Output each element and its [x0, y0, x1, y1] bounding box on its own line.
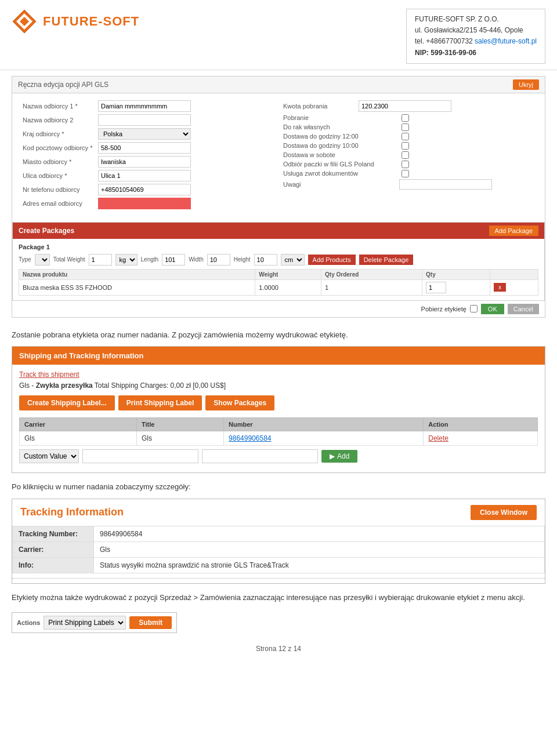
package-content: Package 1 Type Total Weight kg Length Wi… [13, 239, 544, 300]
td-label-3: Info: [13, 557, 94, 573]
tracking-detail-row-2: Carrier: Gls [13, 541, 545, 557]
gls-trace-link[interactable]: GLS Trace&Track [234, 561, 289, 569]
add-icon: ▶ [330, 452, 335, 460]
main-content: Ręczna edycja opcji API GLS Ukryj Nazwa … [0, 70, 557, 670]
length-input[interactable] [162, 254, 185, 266]
pobierz-checkbox[interactable] [470, 305, 478, 312]
product-weight: 1.0000 [255, 279, 321, 295]
delete-package-button[interactable]: Delete Package [359, 255, 414, 265]
show-packages-button[interactable]: Show Packages [205, 395, 274, 410]
check-dostawa12[interactable] [402, 133, 409, 140]
dotted-separator [12, 578, 545, 579]
product-row: Bluza meska ESS 3S FZHOOD 1.0000 1 x [19, 279, 538, 295]
label-usluga: Usługa zwrot dokumentów [283, 170, 399, 177]
add-products-button[interactable]: Add Products [308, 255, 356, 265]
th-carrier: Carrier [20, 418, 137, 431]
gls-info: Gls - Zwykła przesyłka Total Shipping Ch… [19, 381, 538, 390]
input-ulica[interactable] [98, 170, 191, 181]
company-email-link[interactable]: sales@future-soft.pl [475, 37, 537, 45]
form-left-section: Nazwa odbiorcy 1 * Nazwa odbiorcy 2 Kraj… [18, 98, 278, 214]
check-pobranie[interactable] [402, 114, 409, 122]
label-kraj: Kraj odbiorcy * [23, 130, 98, 137]
width-label: Width [189, 256, 204, 263]
check-dorak[interactable] [402, 123, 409, 131]
input-telefon[interactable] [98, 184, 191, 195]
add-package-button[interactable]: Add Package [489, 226, 538, 236]
delete-link[interactable]: Delete [428, 434, 449, 442]
form-row-email: Adres email odbiorcy [23, 198, 274, 209]
check-dostawa10[interactable] [402, 142, 409, 150]
length-label: Length [141, 256, 159, 263]
actions-panel: Actions Print Shipping Labels Submit [12, 612, 177, 633]
track-link[interactable]: Track this shipment [19, 370, 538, 379]
api-panel: Ręczna edycja opcji API GLS Ukryj Nazwa … [12, 76, 545, 318]
input-kod[interactable] [98, 142, 191, 154]
label-odbior: Odbiór paczki w filii GLS Poland [283, 161, 399, 168]
custom-value-select[interactable]: Custom Value [19, 449, 79, 463]
check-usluga[interactable] [402, 170, 409, 177]
th-number: Number [224, 418, 424, 431]
type-select[interactable] [35, 254, 50, 266]
body-text-1: Zostanie pobrana etykieta oraz numer nad… [12, 329, 545, 341]
form-row-nazwa1: Nazwa odbiorcy 1 * [23, 100, 274, 112]
api-panel-title: Ręczna edycja opcji API GLS [18, 81, 108, 89]
weight-input[interactable] [89, 254, 112, 266]
input-email-red[interactable] [98, 198, 191, 209]
company-phone: tel. +48667700732 [415, 37, 473, 45]
check-sobota[interactable] [402, 151, 409, 159]
submit-button[interactable]: Submit [129, 616, 172, 629]
print-label-button[interactable]: Print Shipping Label [118, 395, 202, 410]
input-kwota[interactable] [359, 100, 451, 112]
input-miasto[interactable] [98, 156, 191, 168]
weight-label: Total Weight [53, 256, 85, 263]
form-row-miasto: Miasto odbiorcy * [23, 156, 274, 168]
weight-unit-select[interactable]: kg [115, 254, 138, 266]
add-label: Add [337, 452, 349, 460]
input-nazwa2[interactable] [98, 114, 191, 126]
product-delete-btn[interactable]: x [494, 283, 506, 292]
logo-text: FUTURE-SOFT [43, 14, 139, 29]
hide-button[interactable]: Ukryj [513, 79, 539, 90]
custom-input-1[interactable] [82, 449, 198, 463]
label-kwota: Kwota pobrania [283, 103, 359, 110]
product-del: x [490, 279, 538, 295]
shipping-panel: Shipping and Tracking Information Track … [12, 346, 545, 473]
create-label-button[interactable]: Create Shipping Label... [19, 395, 115, 410]
tracking-info-header: Tracking Information Close Window [12, 499, 545, 526]
td-value-3: Status wysyłki można sprawdzić na stroni… [94, 557, 545, 573]
height-input[interactable] [254, 254, 277, 266]
width-input[interactable] [207, 254, 230, 266]
checkbox-dorak: Do rak własnych [283, 123, 534, 131]
actions-select[interactable]: Print Shipping Labels [44, 616, 126, 630]
close-window-button[interactable]: Close Window [471, 505, 537, 520]
cancel-button[interactable]: Cancel [508, 304, 539, 314]
cm-select[interactable]: cm [281, 254, 305, 266]
col-weight: Weight [255, 269, 321, 279]
label-miasto: Miasto odbiorcy * [23, 158, 98, 165]
select-kraj[interactable]: Polska [98, 128, 191, 140]
check-odbior[interactable] [402, 161, 409, 168]
api-form-grid: Nazwa odbiorcy 1 * Nazwa odbiorcy 2 Kraj… [12, 93, 545, 219]
page-number: Strona 12 z 14 [12, 633, 545, 659]
add-button[interactable]: ▶ Add [321, 450, 357, 463]
tracking-table: Carrier Title Number Action Gls Gls 9864… [19, 417, 538, 446]
custom-input-2[interactable] [202, 449, 318, 463]
page-header: FUTURE-SOFT FUTURE-SOFT SP. Z O.O. ul. G… [0, 0, 557, 70]
custom-row: Custom Value ▶ Add [19, 446, 538, 467]
type-label: Type [19, 256, 31, 263]
label-dorak: Do rak własnych [283, 123, 399, 130]
product-qty-input[interactable] [426, 282, 446, 293]
bottom-text: Etykiety można także wydrukować z pozycj… [12, 592, 545, 604]
tracking-detail-row-1: Tracking Number: 98649906584 [13, 526, 545, 541]
input-nazwa1[interactable] [98, 100, 191, 112]
logo-icon [12, 9, 37, 34]
product-qty-ordered: 1 [321, 279, 422, 295]
gls-bold: Zwykła przesyłka [36, 381, 93, 390]
input-uwagi[interactable] [399, 179, 492, 190]
checkbox-usluga: Usługa zwrot dokumentów [283, 170, 534, 177]
td-value-2: Gls [94, 541, 545, 557]
tracking-number-link[interactable]: 98649906584 [229, 434, 271, 442]
tracking-details-table: Tracking Number: 98649906584 Carrier: Gl… [12, 526, 545, 573]
ok-button[interactable]: OK [481, 304, 504, 314]
checkbox-odbior: Odbiór paczki w filii GLS Poland [283, 161, 534, 168]
